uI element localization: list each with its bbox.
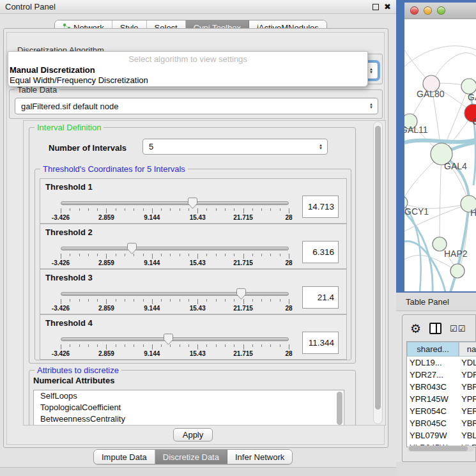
threshold-value-field[interactable]: 6.316 xyxy=(302,241,339,263)
tab-impute-data[interactable]: Impute Data xyxy=(94,450,155,464)
tick-mark xyxy=(88,299,89,302)
zoom-traffic-light-icon[interactable] xyxy=(437,6,445,15)
network-edge[interactable] xyxy=(440,154,441,244)
tick-label: 21.715 xyxy=(233,350,253,357)
minimize-traffic-light-icon[interactable] xyxy=(424,6,432,15)
tick-mark xyxy=(134,254,134,256)
slider-thumb[interactable] xyxy=(127,243,137,254)
panel-scrollbar-thumb[interactable] xyxy=(375,126,381,410)
slider-thumb[interactable] xyxy=(164,334,173,345)
slider-thumb[interactable] xyxy=(236,288,246,300)
table-row[interactable]: YDL19...YDL1 xyxy=(407,357,476,369)
table-row[interactable]: YER054CYER0 xyxy=(407,405,476,417)
num-intervals-combobox[interactable]: 5 ▲▼ xyxy=(142,139,328,155)
tick-mark xyxy=(180,344,180,347)
tick-mark xyxy=(134,208,134,211)
table-panel: ⚙ ☑☑ shared...na YDL19...YDL1YDR27...YDR… xyxy=(402,314,476,462)
node-label-H: H xyxy=(470,208,476,218)
tab-infer-network[interactable]: Infer Network xyxy=(227,450,292,464)
close-traffic-light-icon[interactable] xyxy=(410,6,418,15)
node-attribute-table[interactable]: shared...na YDL19...YDL1YDR27...YDR2YBR0… xyxy=(406,341,476,447)
tick-mark xyxy=(234,208,234,211)
tick-mark xyxy=(116,344,116,347)
network-canvas[interactable]: GAL80GACGAL11GAL4GCY1HHAP2 xyxy=(404,19,476,291)
algorithm-option[interactable]: Manual Discretization xyxy=(8,65,367,75)
tab-discretize-data[interactable]: Discretize Data xyxy=(155,450,227,464)
tick-mark xyxy=(180,208,180,211)
slider-track[interactable] xyxy=(61,337,289,341)
num-intervals-value: 5 xyxy=(149,142,153,151)
tick-mark xyxy=(79,254,80,256)
numerical-attributes-list[interactable]: SelfLoopsTopologicalCoefficientBetweenne… xyxy=(33,390,344,426)
table-row[interactable]: YDR27...YDR2 xyxy=(407,369,476,381)
threshold-value-field[interactable]: 14.713 xyxy=(302,196,339,218)
attribute-item[interactable]: BetweennessCentrality xyxy=(34,413,344,425)
threshold-value-field[interactable]: 21.4 xyxy=(302,286,339,309)
tick-mark xyxy=(216,254,217,256)
tick-mark xyxy=(206,208,207,211)
threshold-slider[interactable] xyxy=(61,245,289,252)
threshold-slider[interactable] xyxy=(61,291,289,297)
network-node-bottom-partial[interactable] xyxy=(450,264,464,278)
network-edge-highlighted[interactable] xyxy=(450,204,469,291)
tick-mark xyxy=(197,208,198,213)
tick-mark xyxy=(170,254,171,256)
table-data-combobox[interactable]: galFiltered.sif default node ▲▼ xyxy=(15,98,378,114)
table-row[interactable]: YBR045CYBR0 xyxy=(407,417,476,429)
table-cell: YBR0 xyxy=(459,381,476,393)
panel-scrollbar-track[interactable] xyxy=(373,121,383,424)
tick-mark xyxy=(206,344,207,347)
attribute-item[interactable]: SelfLoops xyxy=(34,390,344,402)
network-edge-highlighted[interactable] xyxy=(404,140,476,142)
table-hscrollbar[interactable] xyxy=(408,445,474,452)
bottom-tab-bar: Impute DataDiscretize DataInfer Network xyxy=(93,449,293,464)
algorithm-option[interactable]: Equal Width/Frequency Discretization xyxy=(8,75,367,86)
tick-mark xyxy=(252,254,253,256)
tick-mark xyxy=(280,254,280,256)
threshold-value-field[interactable]: 11.344 xyxy=(302,332,339,354)
tick-mark xyxy=(289,344,289,349)
tick-mark xyxy=(280,299,280,302)
table-row[interactable]: YBL079WYBL0 xyxy=(407,429,476,441)
tick-mark xyxy=(225,299,226,302)
slider-track[interactable] xyxy=(61,201,289,205)
tick-mark xyxy=(243,344,244,349)
threshold-slider[interactable] xyxy=(61,200,289,206)
tick-label: 15.43 xyxy=(190,214,206,221)
column-header[interactable]: na xyxy=(459,342,476,357)
checkbox-pair-icon[interactable]: ☑☑ xyxy=(450,324,466,334)
column-header[interactable]: shared... xyxy=(407,342,459,357)
tick-mark xyxy=(61,299,61,304)
list-scrollbar[interactable] xyxy=(337,392,342,425)
table-row[interactable]: YBR043CYBR0 xyxy=(407,381,476,393)
slider-track[interactable] xyxy=(61,292,289,296)
table-row[interactable]: YPR145WYPR1 xyxy=(407,393,476,405)
tick-label: 15.43 xyxy=(190,259,206,266)
slider-track[interactable] xyxy=(61,247,289,250)
threshold-panel: Threshold 1 -3.4262.8599.14415.4321.7152… xyxy=(40,178,347,224)
network-window-titlebar xyxy=(404,3,476,19)
slider-ticks xyxy=(61,208,289,214)
tick-mark xyxy=(206,299,207,302)
tick-label: -3.426 xyxy=(52,305,70,312)
tick-mark xyxy=(289,299,289,304)
apply-button[interactable]: Apply xyxy=(173,428,213,441)
slider-thumb[interactable] xyxy=(188,197,197,209)
algorithm-dropdown-popup: Select algorithm to view settings Manual… xyxy=(8,51,368,87)
gear-icon[interactable]: ⚙ xyxy=(410,321,421,336)
tick-mark xyxy=(134,344,134,347)
tick-mark xyxy=(152,299,153,304)
tick-mark xyxy=(79,208,80,211)
close-icon[interactable]: ✖ xyxy=(384,4,391,10)
tick-mark xyxy=(70,344,70,347)
split-columns-icon[interactable] xyxy=(429,323,441,334)
float-window-icon[interactable] xyxy=(372,4,379,10)
network-edge[interactable] xyxy=(404,46,476,66)
tick-mark xyxy=(225,254,226,256)
threshold-slider[interactable] xyxy=(61,336,289,342)
tick-mark xyxy=(61,254,61,259)
tick-mark xyxy=(170,208,171,211)
table-hscrollbar-thumb[interactable] xyxy=(409,446,468,451)
attribute-item[interactable]: TopologicalCoefficient xyxy=(34,402,344,413)
tick-mark xyxy=(252,208,253,211)
